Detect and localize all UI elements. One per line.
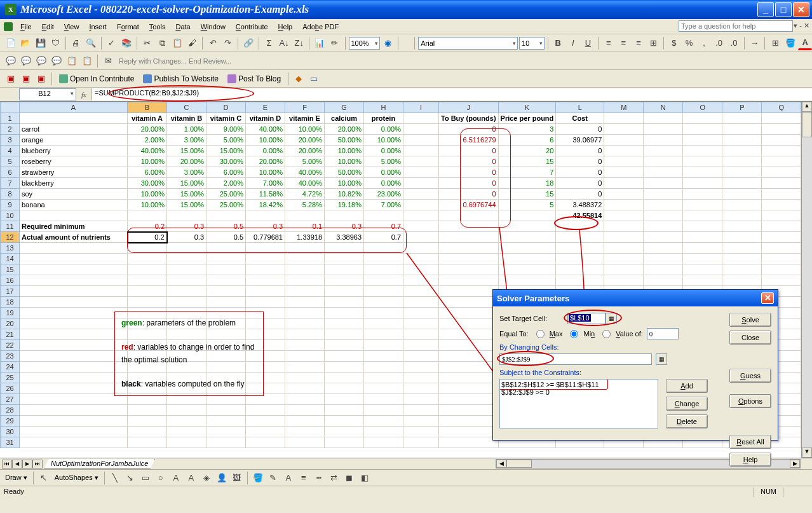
sort-desc-icon[interactable]: Z↓ bbox=[292, 36, 306, 50]
arrow-icon[interactable]: ↘ bbox=[123, 471, 137, 485]
cell[interactable]: 0 bbox=[439, 124, 499, 135]
rectangle-icon[interactable]: ▭ bbox=[139, 471, 152, 485]
diagram-icon[interactable]: ◈ bbox=[200, 471, 213, 485]
cell[interactable]: 11.58% bbox=[246, 189, 285, 200]
cell[interactable]: 5.00% bbox=[206, 135, 246, 146]
col-F[interactable]: F bbox=[285, 102, 325, 113]
solve-button[interactable]: Solve bbox=[729, 313, 771, 327]
cell[interactable]: 10.00% bbox=[128, 200, 167, 210]
research-icon[interactable]: 📚 bbox=[120, 36, 134, 50]
menu-file[interactable]: File bbox=[15, 21, 37, 32]
cell[interactable]: 15.00% bbox=[167, 178, 206, 189]
total-cost[interactable]: 42.55814 bbox=[556, 210, 604, 221]
cell[interactable]: protein bbox=[364, 113, 403, 124]
draw-menu[interactable]: Draw ▾ bbox=[3, 472, 30, 483]
cell[interactable]: Cost bbox=[556, 113, 604, 124]
cell[interactable]: 6.5116279 bbox=[439, 135, 499, 146]
indent-icon[interactable]: → bbox=[748, 36, 762, 50]
cell[interactable]: 0 bbox=[556, 178, 604, 189]
food-name[interactable]: orange bbox=[20, 135, 128, 146]
bold-icon[interactable]: B bbox=[551, 36, 565, 50]
cell[interactable]: vitamin C bbox=[206, 113, 246, 124]
review-icon-2[interactable]: 💬 bbox=[19, 54, 33, 68]
vertical-scrollbar[interactable]: ▲▼ bbox=[801, 102, 812, 458]
cell[interactable]: 40.00% bbox=[128, 146, 167, 156]
paste-icon[interactable]: 📋 bbox=[170, 36, 184, 50]
cell[interactable]: 23.00% bbox=[364, 189, 403, 200]
col-J[interactable]: J bbox=[439, 102, 499, 113]
cell[interactable]: 0.2 bbox=[128, 221, 167, 232]
col-P[interactable]: P bbox=[722, 102, 762, 113]
cell[interactable]: 10.00% bbox=[325, 178, 364, 189]
cell[interactable]: 10.00% bbox=[128, 156, 167, 167]
reset-all-button[interactable]: Reset All bbox=[729, 435, 771, 449]
shadow-icon[interactable]: ◼ bbox=[342, 471, 356, 485]
col-B[interactable]: B bbox=[128, 102, 167, 113]
cell[interactable]: 10.00% bbox=[325, 146, 364, 156]
cell[interactable]: 0.5 bbox=[206, 232, 246, 243]
cell[interactable]: 0.5 bbox=[206, 221, 246, 232]
col-L[interactable]: L bbox=[556, 102, 604, 113]
menu-tools[interactable]: Tools bbox=[144, 21, 171, 32]
align-left-icon[interactable]: ≡ bbox=[602, 36, 616, 50]
cell[interactable]: 30.00% bbox=[206, 156, 246, 167]
cell[interactable]: 10.00% bbox=[246, 167, 285, 178]
cell[interactable]: 40.00% bbox=[285, 167, 325, 178]
review-icon-6[interactable]: 📋 bbox=[80, 54, 94, 68]
3d-icon[interactable]: ◧ bbox=[358, 471, 372, 485]
cell[interactable]: 9.00% bbox=[206, 124, 246, 135]
reqmin-label[interactable]: Required minimum bbox=[20, 221, 128, 232]
cell[interactable]: 15 bbox=[498, 156, 556, 167]
maximize-button[interactable]: □ bbox=[775, 2, 792, 17]
cell[interactable]: 2.00% bbox=[206, 178, 246, 189]
chart-icon[interactable]: 📊 bbox=[313, 36, 327, 50]
minimize-button[interactable]: _ bbox=[757, 2, 774, 17]
col-H[interactable]: H bbox=[364, 102, 403, 113]
food-name[interactable]: strawberry bbox=[20, 167, 128, 178]
cell[interactable]: 15 bbox=[498, 189, 556, 200]
dashstyle-icon[interactable]: ┅ bbox=[312, 471, 326, 485]
row-1[interactable]: 1 bbox=[1, 113, 20, 124]
cell[interactable]: 7.00% bbox=[246, 178, 285, 189]
cell[interactable]: 10.00% bbox=[364, 135, 403, 146]
cell[interactable]: 3.488372 bbox=[556, 200, 604, 210]
menu-contribute[interactable]: Contribute bbox=[231, 21, 273, 32]
publish-to-website-button[interactable]: Publish To Website bbox=[139, 72, 222, 85]
add-constraint-button[interactable]: Add bbox=[666, 379, 708, 393]
permission-icon[interactable]: 🛡 bbox=[49, 36, 63, 50]
col-A[interactable]: A bbox=[20, 102, 128, 113]
percent-icon[interactable]: % bbox=[682, 36, 696, 50]
cell[interactable]: 0.00% bbox=[364, 167, 403, 178]
help-button[interactable]: Help bbox=[729, 453, 771, 467]
cell[interactable]: 19.18% bbox=[325, 200, 364, 210]
cell[interactable]: 1.33918 bbox=[285, 232, 325, 243]
cell[interactable]: 0 bbox=[439, 156, 499, 167]
cell[interactable]: 25.00% bbox=[206, 200, 246, 210]
col-C[interactable]: C bbox=[167, 102, 206, 113]
cell[interactable]: 15.00% bbox=[167, 200, 206, 210]
cell[interactable]: 0 bbox=[556, 167, 604, 178]
clipart-icon[interactable]: 👤 bbox=[215, 471, 229, 485]
col-E[interactable]: E bbox=[246, 102, 285, 113]
sort-asc-icon[interactable]: A↓ bbox=[277, 36, 291, 50]
underline-icon[interactable]: U bbox=[581, 36, 595, 50]
cell[interactable]: 4.72% bbox=[285, 189, 325, 200]
cell[interactable]: vitamin B bbox=[167, 113, 206, 124]
target-ref-button[interactable]: ▦ bbox=[606, 313, 617, 324]
pdf-icon-2[interactable]: ▣ bbox=[19, 72, 33, 86]
constraint-1[interactable]: $B$12:$H$12 >= $B$11:$H$11 bbox=[501, 381, 656, 388]
cell[interactable]: 40.00% bbox=[285, 178, 325, 189]
cell[interactable]: 6 bbox=[498, 135, 556, 146]
cell[interactable]: 0 bbox=[439, 178, 499, 189]
valueof-radio[interactable] bbox=[602, 330, 611, 338]
post-to-blog-button[interactable]: Post To Blog bbox=[224, 72, 285, 85]
menu-data[interactable]: Data bbox=[170, 21, 195, 32]
oval-icon[interactable]: ○ bbox=[154, 471, 168, 485]
cell[interactable]: 0.3 bbox=[167, 232, 206, 243]
cell[interactable]: 0.00% bbox=[364, 146, 403, 156]
help-icon[interactable]: ◉ bbox=[381, 36, 395, 50]
col-D[interactable]: D bbox=[206, 102, 246, 113]
solver-titlebar[interactable]: Solver Parameters ✕ bbox=[493, 290, 778, 306]
cell[interactable]: 10.00% bbox=[325, 156, 364, 167]
zoom-combo[interactable]: 100% bbox=[349, 37, 380, 50]
